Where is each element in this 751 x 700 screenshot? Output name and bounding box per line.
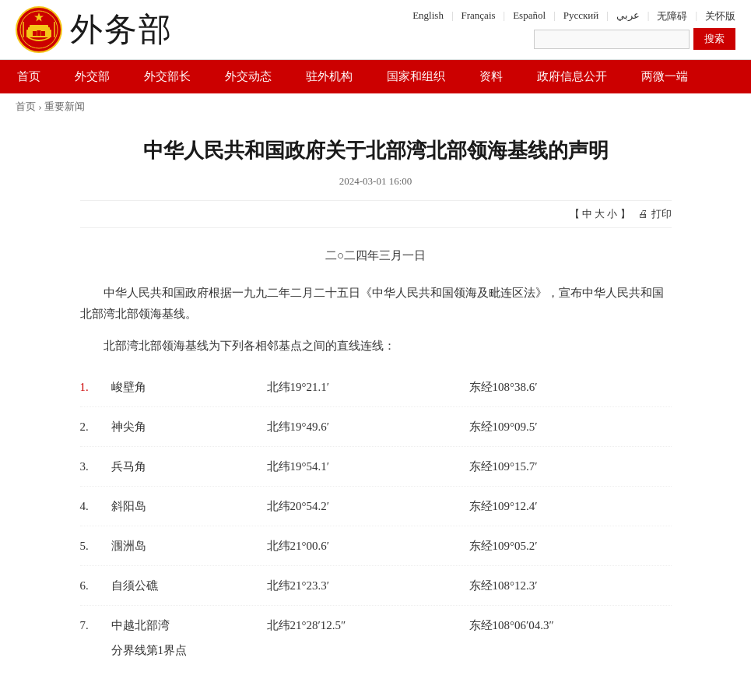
lang-care[interactable]: 关怀版 <box>705 9 735 23</box>
breadcrumb-sep: › <box>38 100 41 112</box>
lang-sep-6: | <box>695 9 697 23</box>
lang-spanish[interactable]: Español <box>513 9 546 23</box>
article-body: 二○二四年三月一日 中华人民共和国政府根据一九九二年二月二十五日《中华人民共和国… <box>80 244 672 670</box>
coord-row-2: 2. 神尖角 北纬19°49.6′ 东经109°09.5′ <box>80 407 672 447</box>
svg-rect-4 <box>30 25 48 28</box>
article-date-cn: 二○二四年三月一日 <box>80 244 672 267</box>
coord-lat-7: 北纬21°28′12.5″ <box>267 614 469 637</box>
coord-name-6: 自须公礁 <box>111 574 267 597</box>
coord-lng-5: 东经109°05.2′ <box>469 534 672 558</box>
coord-row-5: 5. 涠洲岛 北纬21°00.6′ 东经109°05.2′ <box>80 526 672 566</box>
coord-row-6: 6. 自须公礁 北纬21°23.3′ 东经108°12.3′ <box>80 566 672 606</box>
nav-minister[interactable]: 外交部长 <box>127 60 208 93</box>
print-button[interactable]: 🖨 打印 <box>638 207 672 221</box>
coord-lat-2: 北纬19°49.6′ <box>267 415 469 438</box>
search-bar: 搜索 <box>534 28 735 50</box>
printer-icon: 🖨 <box>638 208 648 220</box>
search-button[interactable]: 搜索 <box>693 28 735 50</box>
breadcrumb: 首页 › 重要新闻 <box>0 93 751 120</box>
lang-russian[interactable]: Русский <box>563 9 599 23</box>
coord-name-3: 兵马角 <box>111 455 267 478</box>
svg-rect-7 <box>37 30 41 36</box>
font-size-label: 【 中 大 小 】 <box>570 207 630 221</box>
lang-sep-4: | <box>606 9 609 23</box>
coordinates-table: 1. 峻壁角 北纬19°21.1′ 东经108°38.6′ 2. 神尖角 北纬1… <box>80 368 672 670</box>
font-size-control: 【 中 大 小 】 <box>570 207 630 221</box>
lang-english[interactable]: English <box>412 9 444 23</box>
lang-french[interactable]: Français <box>461 9 496 23</box>
nav-missions[interactable]: 驻外机构 <box>289 60 370 93</box>
search-input[interactable] <box>534 30 690 49</box>
coord-name-5: 涠洲岛 <box>111 534 267 558</box>
lang-arabic[interactable]: عربي <box>616 9 640 23</box>
nav-mfa[interactable]: 外交部 <box>58 60 127 93</box>
lang-accessible[interactable]: 无障碍 <box>657 9 687 23</box>
coord-lng-2: 东经109°09.5′ <box>469 415 672 438</box>
coord-num-4: 4. <box>80 494 111 518</box>
coord-lng-4: 东经109°12.4′ <box>469 494 672 518</box>
coord-name-7-line1: 中越北部湾 <box>111 614 267 637</box>
coord-num-6: 6. <box>80 574 111 597</box>
coord-num-7: 7. <box>80 614 111 637</box>
coord-lng-3: 东经109°15.7′ <box>469 455 672 478</box>
article-title: 中华人民共和国政府关于北部湾北部领海基线的声明 <box>80 135 672 166</box>
lang-sep-1: | <box>451 9 454 23</box>
coord-lng-6: 东经108°12.3′ <box>469 574 672 597</box>
breadcrumb-current: 重要新闻 <box>44 100 85 112</box>
svg-rect-6 <box>41 31 45 36</box>
content-area: 中华人民共和国政府关于北部湾北部领海基线的声明 2024-03-01 16:00… <box>65 120 687 700</box>
main-nav: 首页 外交部 外交部长 外交动态 驻外机构 国家和组织 资料 政府信息公开 两微… <box>0 60 751 93</box>
coord-name-4: 斜阳岛 <box>111 494 267 518</box>
coord-row-4: 4. 斜阳岛 北纬20°54.2′ 东经109°12.4′ <box>80 487 672 526</box>
lang-sep-5: | <box>647 9 650 23</box>
nav-social[interactable]: 两微一端 <box>624 60 705 93</box>
coord-name-7: 中越北部湾 分界线第1界点 <box>111 614 267 662</box>
coord-name-2: 神尖角 <box>111 415 267 438</box>
nav-gov-info[interactable]: 政府信息公开 <box>520 60 624 93</box>
print-label: 打印 <box>651 207 672 221</box>
lang-sep-2: | <box>504 9 506 23</box>
national-emblem <box>16 6 62 53</box>
header-right: English | Français | Español | Русский |… <box>412 9 735 50</box>
coord-num-1: 1. <box>80 375 111 399</box>
breadcrumb-home[interactable]: 首页 <box>16 100 36 112</box>
coord-row-7: 7. 中越北部湾 分界线第1界点 北纬21°28′12.5″ 东经108°06′… <box>80 606 672 670</box>
article-para-2: 北部湾北部领海基线为下列各相邻基点之间的直线连线： <box>80 336 672 357</box>
coord-lat-6: 北纬21°23.3′ <box>267 574 469 597</box>
nav-countries[interactable]: 国家和组织 <box>370 60 462 93</box>
coord-lat-1: 北纬19°21.1′ <box>267 375 469 399</box>
font-controls: 【 中 大 小 】 🖨 打印 <box>80 200 672 228</box>
nav-resources[interactable]: 资料 <box>462 60 520 93</box>
language-bar: English | Français | Español | Русский |… <box>412 9 735 23</box>
article-date: 2024-03-01 16:00 <box>80 175 672 188</box>
coord-num-2: 2. <box>80 415 111 438</box>
coord-row-3: 3. 兵马角 北纬19°54.1′ 东经109°15.7′ <box>80 447 672 487</box>
logo-area: 外务部 <box>16 6 173 53</box>
site-logo-text: 外务部 <box>70 13 173 46</box>
nav-dynamics[interactable]: 外交动态 <box>208 60 289 93</box>
nav-home[interactable]: 首页 <box>0 60 58 93</box>
coord-name-7-line2: 分界线第1界点 <box>111 638 267 662</box>
coord-row-1: 1. 峻壁角 北纬19°21.1′ 东经108°38.6′ <box>80 368 672 407</box>
coord-lng-7: 东经108°06′04.3″ <box>469 614 672 637</box>
article-para-1: 中华人民共和国政府根据一九九二年二月二十五日《中华人民共和国领海及毗连区法》，宣… <box>80 283 672 325</box>
coord-lng-1: 东经108°38.6′ <box>469 375 672 399</box>
coord-num-5: 5. <box>80 534 111 558</box>
coord-lat-5: 北纬21°00.6′ <box>267 534 469 558</box>
coord-lat-4: 北纬20°54.2′ <box>267 494 469 518</box>
coord-num-3: 3. <box>80 455 111 478</box>
lang-sep-3: | <box>553 9 556 23</box>
svg-rect-5 <box>33 31 37 36</box>
coord-lat-3: 北纬19°54.1′ <box>267 455 469 478</box>
coord-name-1: 峻壁角 <box>111 375 267 399</box>
